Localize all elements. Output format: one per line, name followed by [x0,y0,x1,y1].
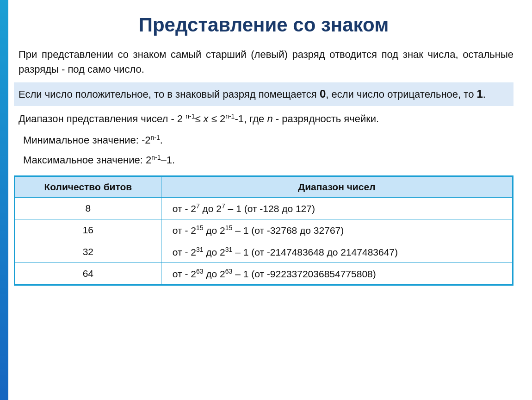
table-row: 16 от - 215 до 215 – 1 (от -32768 до 327… [15,219,513,241]
highlighted-bold-1: 1 [477,88,483,100]
bits-32: 32 [15,241,161,263]
bits-8: 8 [15,198,161,219]
highlighted-text-end: . [483,88,486,100]
range-table-container: Количество битов Диапазон чисел 8 от - 2… [14,175,513,286]
left-accent-bar [0,0,8,400]
bits-64: 64 [15,263,161,285]
col-header-bits: Количество битов [15,177,161,198]
table-row: 32 от - 231 до 231 – 1 (от -2147483648 д… [15,241,513,263]
paragraph-1: При представлении со знаком самый старши… [14,47,513,77]
max-label: Максимальное значение: 2n-1–1. [23,154,175,166]
min-label: Минимальное значение: -2n-1. [23,134,163,146]
table-row: 8 от - 27 до 27 – 1 (от -128 до 127) [15,198,513,219]
table-header-row: Количество битов Диапазон чисел [15,177,513,198]
range-8: от - 27 до 27 – 1 (от -128 до 127) [161,198,512,219]
max-value-line: Максимальное значение: 2n-1–1. [14,152,513,168]
highlighted-bold-0: 0 [320,88,326,100]
range-16: от - 215 до 215 – 1 (от -32768 до 32767) [161,219,512,241]
bits-16: 16 [15,219,161,241]
col-header-range: Диапазон чисел [161,177,512,198]
table-row: 64 от - 263 до 263 – 1 (от -922337203685… [15,263,513,285]
highlighted-text-part1: Если число положительное, то в знаковый … [19,88,320,100]
highlighted-paragraph: Если число положительное, то в знаковый … [14,82,513,106]
paragraph-1-text: При представлении со знаком самый старши… [19,49,513,75]
para3-before: Диапазон представления чисел - 2 n-1≤ x … [19,113,379,125]
page-title: Представление со знаком [14,14,513,36]
range-64: от - 263 до 263 – 1 (от -922337203685477… [161,263,512,285]
range-table: Количество битов Диапазон чисел 8 от - 2… [15,176,513,285]
paragraph-3: Диапазон представления чисел - 2 n-1≤ x … [14,112,513,126]
main-content: Представление со знаком При представлени… [14,0,513,286]
range-32: от - 231 до 231 – 1 (от -2147483648 до 2… [161,241,512,263]
min-value-line: Минимальное значение: -2n-1. [14,132,513,148]
highlighted-text-part2: , если число отрицательное, то [326,88,476,100]
